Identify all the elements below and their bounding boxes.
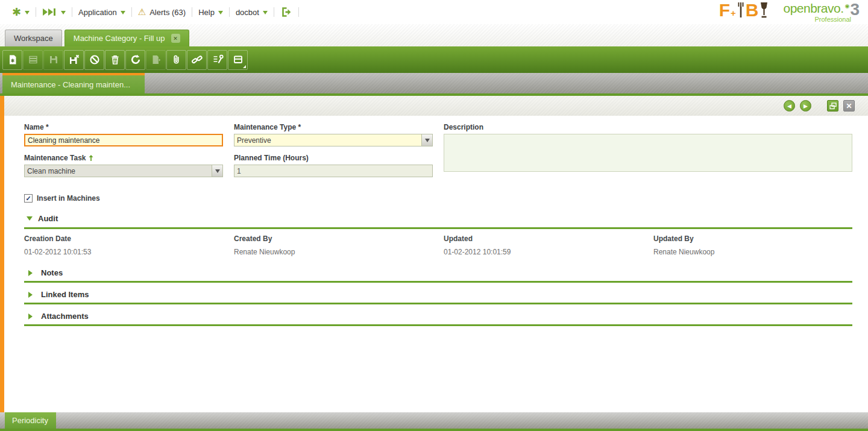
application-menu-label: Application	[78, 8, 117, 17]
fb-logo-letter-f: F	[719, 2, 730, 18]
link-to-record-icon[interactable]	[88, 154, 94, 162]
breadcrumb-label: Maintenance - Cleaning mainten...	[11, 80, 130, 89]
insert-in-machines-label: Insert in Machines	[37, 194, 100, 203]
divider	[0, 429, 868, 431]
application-menu[interactable]: Application	[72, 8, 131, 17]
breadcrumb[interactable]: Maintenance - Cleaning mainten...	[2, 73, 145, 93]
save-button	[43, 50, 63, 70]
brand-logos: F + B openbravo. ◉ 3 Professional	[719, 2, 863, 23]
creation-date-label: Creation Date	[24, 234, 223, 243]
maintenance-type-value[interactable]: Preventive	[234, 134, 421, 146]
maintenance-task-value[interactable]: Clean machine	[24, 165, 212, 177]
fb-logo: F + B	[719, 2, 769, 18]
planned-time-input[interactable]	[234, 165, 433, 177]
window-tabbar: Workspace Machine Category - Fill up ✕	[0, 24, 868, 46]
maintenance-task-dropdown-button[interactable]	[212, 165, 223, 177]
user-menu[interactable]: docbot	[230, 8, 274, 17]
creation-date-value: 01-02-2012 10:01:53	[24, 248, 223, 256]
link-icon	[191, 54, 203, 66]
tab-close-icon[interactable]: ✕	[171, 34, 180, 43]
expand-triangle-icon	[28, 270, 36, 276]
section-header-linked-items[interactable]: Linked Items	[24, 288, 852, 304]
delete-button[interactable]	[105, 50, 125, 70]
fb-logo-letter-b: B	[746, 2, 759, 18]
grid-save-button	[23, 50, 43, 70]
tools-button[interactable]	[207, 50, 227, 70]
updated-by-value: Renate Nieuwkoop	[653, 248, 852, 256]
name-input[interactable]	[24, 134, 223, 146]
undo-button[interactable]	[84, 50, 104, 70]
user-menu-label: docbot	[236, 8, 259, 17]
attachments-section-title: Attachments	[41, 312, 89, 321]
logout-icon	[280, 6, 292, 18]
section-header-audit[interactable]: Audit	[24, 211, 852, 229]
tab-periodicity[interactable]: Periodicity	[5, 412, 56, 429]
chevron-down-icon	[121, 11, 125, 17]
tab-workspace-label: Workspace	[14, 34, 53, 43]
openbravo-logo-dot: ◉	[845, 3, 850, 9]
undo-icon	[89, 54, 101, 66]
quick-create-menu[interactable]	[36, 8, 72, 17]
chevron-down-icon	[215, 169, 220, 175]
child-tabs-bar: Periodicity	[0, 412, 868, 429]
wine-glass-icon	[760, 2, 769, 18]
tools-icon	[212, 54, 224, 66]
form-view-icon	[232, 54, 244, 66]
created-by-value: Renate Nieuwkoop	[234, 248, 433, 256]
openbravo-logo: openbravo. ◉ 3 Professional	[783, 3, 860, 23]
link-button[interactable]	[187, 50, 207, 70]
tab-workspace[interactable]: Workspace	[5, 30, 62, 46]
maintenance-task-select[interactable]: Clean machine	[24, 165, 223, 177]
grid-form-toggle-button[interactable]	[228, 50, 248, 70]
save-icon	[48, 54, 60, 66]
tab-machine-category-label: Machine Category - Fill up	[74, 34, 165, 43]
chevron-down-icon	[263, 11, 268, 17]
warning-icon: ⚠	[138, 7, 146, 17]
refresh-button[interactable]	[125, 50, 145, 70]
alerts-menu[interactable]: ⚠ Alerts (63)	[132, 7, 192, 17]
description-textarea[interactable]	[444, 134, 852, 172]
section-header-attachments[interactable]: Attachments	[24, 309, 852, 326]
breadcrumb-bar: Maintenance - Cleaning mainten...	[0, 73, 868, 93]
chevron-down-icon	[25, 11, 30, 17]
attachment-button[interactable]	[166, 50, 186, 70]
help-menu-label: Help	[198, 8, 215, 17]
form-body: Name * Maintenance Type * Preventive Des…	[4, 116, 868, 412]
logout-button[interactable]	[274, 6, 298, 18]
active-tab-indicator	[0, 96, 4, 412]
planned-time-field-label: Planned Time (Hours)	[234, 154, 433, 162]
star-icon: ✱	[12, 7, 21, 17]
delete-icon	[109, 54, 121, 66]
save-close-button[interactable]	[64, 50, 84, 70]
previous-record-button[interactable]: ◀	[784, 100, 795, 112]
maintenance-type-select[interactable]: Preventive	[234, 134, 433, 146]
dropdown-corner-icon	[243, 65, 246, 68]
refresh-icon	[130, 54, 142, 66]
description-field-label: Description	[444, 123, 852, 131]
audit-section-title: Audit	[38, 214, 58, 223]
check-icon: ✓	[25, 195, 31, 203]
chevron-down-icon	[61, 11, 66, 17]
fb-logo-plus: +	[731, 8, 736, 17]
linked-items-section-title: Linked Items	[41, 290, 89, 299]
new-record-button[interactable]	[2, 50, 22, 70]
attachment-icon	[171, 54, 183, 66]
audit-fields: Creation Date 01-02-2012 10:01:53 Create…	[24, 234, 852, 256]
insert-in-machines-checkbox[interactable]: ✓	[24, 194, 33, 203]
alerts-menu-label: Alerts (63)	[149, 8, 186, 17]
openbravo-logo-text: openbravo.	[783, 3, 843, 14]
maximize-button[interactable]	[827, 100, 838, 112]
quick-launch-menu[interactable]: ✱	[6, 7, 36, 17]
close-form-button[interactable]: ✕	[843, 100, 855, 112]
section-header-notes[interactable]: Notes	[24, 266, 852, 283]
record-navigation-strip: ◀ ▶ ✕	[4, 96, 868, 116]
maintenance-type-dropdown-button[interactable]	[421, 134, 433, 146]
next-record-button[interactable]: ▶	[800, 100, 811, 112]
updated-by-label: Updated By	[653, 234, 852, 243]
grid-save-icon	[27, 54, 39, 66]
created-by-label: Created By	[234, 234, 433, 243]
export-icon	[150, 54, 162, 66]
help-menu[interactable]: Help	[192, 8, 229, 17]
maximize-icon	[829, 102, 837, 110]
tab-machine-category[interactable]: Machine Category - Fill up ✕	[64, 30, 189, 46]
